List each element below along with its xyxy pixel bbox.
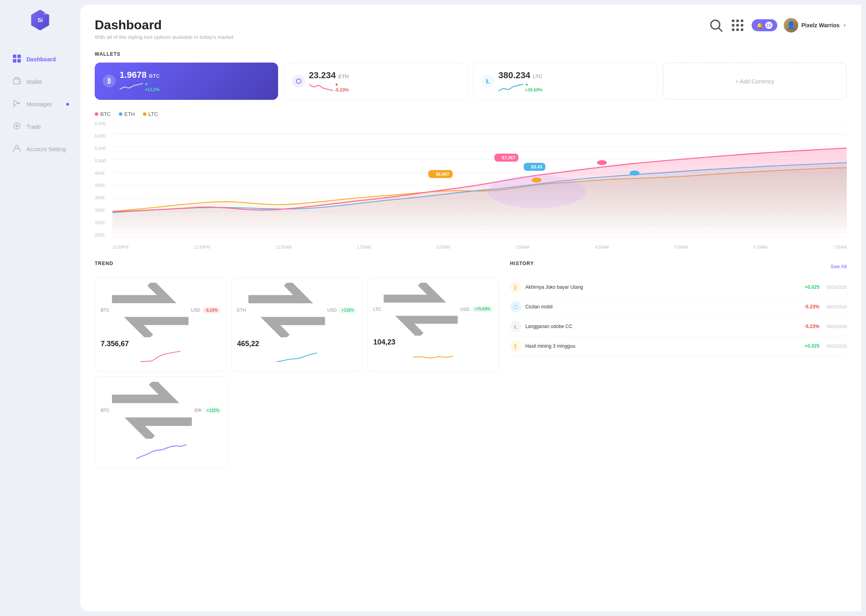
- ltc-currency: LTC: [533, 73, 543, 79]
- bell-icon: 🔔: [756, 22, 763, 28]
- user-profile[interactable]: 👤 Pixelz Warrios ▼: [784, 18, 847, 32]
- sidebar-item-wallet[interactable]: Wallet: [6, 72, 74, 91]
- chevron-down-icon: ▼: [843, 23, 847, 28]
- trend-card-eth[interactable]: ETH USD +132% 465,22: [231, 278, 363, 372]
- history-amount-3: -5.23%: [804, 324, 819, 329]
- history-icon-4: ₿: [510, 340, 521, 352]
- swap-icon-3: [384, 283, 458, 336]
- btc-trend-sparkline: [101, 351, 220, 365]
- logo-letters: Si: [37, 17, 43, 23]
- swap-icon: [112, 283, 189, 337]
- sidebar: 14 Si DashboardWalletMessagesTradeAccoun…: [0, 0, 80, 616]
- chart-wrapper: 6.5006.0005.5005.000 4500400035003000 25…: [95, 121, 847, 249]
- wallet-card-btc[interactable]: ₿ 1.9678 BTC ✦ +12,5%: [95, 63, 278, 100]
- svg-line-9: [719, 28, 722, 32]
- history-section: HISTORY See All ₿ Akhirnya Joko bayar Ut…: [510, 261, 847, 468]
- history-item-1: ₿ Akhirnya Joko bayar Utang +0.025 08/26…: [510, 278, 847, 297]
- btc-sparkline: [120, 82, 143, 91]
- main-content: Dashboard With all of the styling tool o…: [80, 5, 861, 611]
- btc-currency: BTC: [149, 73, 160, 79]
- svg-point-5: [18, 81, 20, 82]
- legend-ltc: LTC: [143, 111, 158, 117]
- swap-icon-4: [112, 382, 192, 439]
- search-button[interactable]: [708, 18, 724, 33]
- svg-rect-12: [741, 20, 743, 22]
- sidebar-item-account[interactable]: Account Setting: [6, 140, 74, 159]
- legend-btc: BTC: [95, 111, 111, 117]
- history-amount-1: +0.025: [805, 284, 819, 290]
- wallets-row: ₿ 1.9678 BTC ✦ +12,5% ⬡: [95, 63, 847, 100]
- history-desc-3: Langganan odobe CC: [525, 323, 800, 330]
- logo[interactable]: 14 Si: [30, 10, 51, 30]
- trend-card-ltc[interactable]: LTC USD +75.69% 104,23: [367, 278, 499, 372]
- sidebar-item-label-messages: Messages: [26, 101, 52, 107]
- history-item-2: ⬡ Cicilan mobil -5.23% 08/26/2018: [510, 297, 847, 317]
- svg-rect-0: [13, 55, 16, 58]
- add-currency-card[interactable]: + Add Currency: [663, 63, 847, 100]
- trend-card-btc[interactable]: BTC USD -5.23% 7.356,67: [95, 278, 226, 372]
- svg-rect-18: [741, 28, 743, 31]
- trade-nav-icon: [13, 122, 21, 132]
- svg-point-30: [597, 160, 607, 165]
- ltc-trend-value: 104,23: [373, 338, 493, 346]
- btc-amount: 1.9678: [120, 70, 146, 80]
- btc-icon: ₿: [103, 75, 116, 87]
- ltc-amount: 380.234: [498, 70, 531, 81]
- history-amount-4: +0.025: [805, 343, 819, 349]
- nav-menu: DashboardWalletMessagesTradeAccount Sett…: [0, 50, 80, 159]
- ltc-sparkline: [498, 82, 523, 92]
- page-header: Dashboard With all of the styling tool o…: [95, 18, 847, 40]
- trend-card-btc-idr[interactable]: BTC IDR +132%: [95, 377, 228, 468]
- trend-label: TREND: [95, 261, 113, 266]
- eth-sparkline: [309, 82, 333, 92]
- btc-trend-value: 7.356,67: [101, 340, 220, 348]
- history-desc-1: Akhirnya Joko bayar Utang: [525, 284, 801, 291]
- wallet-card-ltc[interactable]: Ł 380.234 LTC ✦ +39.69%: [473, 63, 657, 100]
- sidebar-item-label-wallet: Wallet: [26, 79, 42, 85]
- btc-idr-sparkline: [101, 441, 222, 461]
- btc-idr-change: +132%: [204, 407, 222, 413]
- eth-change: ✦ -5.23%: [309, 82, 349, 92]
- sidebar-item-dashboard[interactable]: Dashboard: [6, 50, 74, 69]
- eth-trend-sparkline: [237, 351, 357, 365]
- messages-nav-icon: [13, 99, 21, 109]
- sidebar-item-label-account: Account Setting: [26, 146, 66, 152]
- wallets-label: WALLETS: [95, 51, 847, 57]
- btc-change: ✦ +12,5%: [120, 82, 160, 92]
- eth-currency: ETH: [338, 73, 349, 79]
- sidebar-item-trade[interactable]: Trade: [6, 117, 74, 136]
- user-name: Pixelz Warrios: [801, 22, 840, 28]
- apps-button[interactable]: [730, 18, 745, 33]
- wallet-card-eth[interactable]: ⬡ 23.234 ETH ✦ -5.23%: [284, 63, 468, 100]
- account-nav-icon: [13, 144, 21, 154]
- svg-rect-14: [736, 24, 739, 26]
- svg-rect-2: [13, 59, 16, 63]
- chart-x-labels: 10:59PM11:59PM12:59AM1:59AM 2:59AM3:59AM…: [112, 245, 847, 249]
- chart-section: BTC ETH LTC 6.5006.0005.5005.000 4500400…: [95, 111, 847, 249]
- sidebar-item-messages[interactable]: Messages: [6, 95, 74, 114]
- history-desc-2: Cicilan mobil: [525, 304, 800, 310]
- eth-trend-change: +132%: [339, 307, 356, 313]
- bottom-row: TREND BTC USD -5.23% 7.356,67: [95, 261, 847, 468]
- page-title: Dashboard: [95, 18, 234, 32]
- history-item-4: ₿ Hasil mining 3 mingguu +0.025 08/26/20…: [510, 336, 847, 356]
- svg-rect-11: [736, 20, 739, 22]
- see-all-button[interactable]: See All: [831, 263, 847, 270]
- history-list: ₿ Akhirnya Joko bayar Utang +0.025 08/26…: [510, 278, 847, 356]
- legend-eth: ETH: [119, 111, 135, 117]
- svg-rect-10: [732, 20, 734, 22]
- tooltip-btc: $7,357: [494, 154, 519, 162]
- history-item-3: Ł Langganan odobe CC -5.23% 08/26/2018: [510, 317, 847, 336]
- chart-legend: BTC ETH LTC: [95, 111, 847, 117]
- tooltip-eth: $3.43: [524, 163, 546, 171]
- svg-rect-1: [17, 55, 21, 58]
- svg-point-31: [532, 178, 541, 182]
- history-date-2: 08/26/2018: [827, 305, 847, 309]
- history-date-1: 08/26/2018: [827, 285, 847, 290]
- nav-notification-dot-messages: [66, 103, 69, 106]
- svg-rect-13: [732, 24, 734, 26]
- ltc-trend-sparkline: [373, 349, 493, 363]
- logo-number: 14: [44, 12, 47, 15]
- dashboard-nav-icon: [13, 55, 21, 64]
- notification-button[interactable]: 🔔 15: [752, 19, 777, 31]
